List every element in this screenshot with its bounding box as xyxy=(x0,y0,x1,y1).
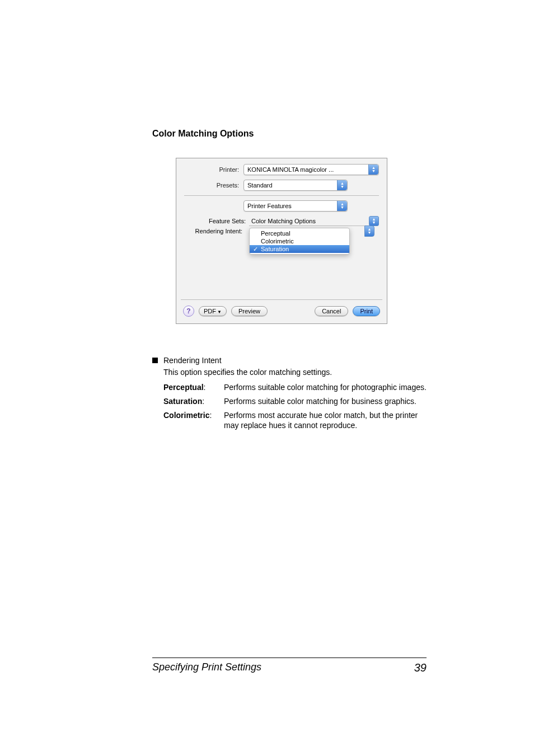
printer-select[interactable]: KONICA MINOLTA magicolor ... xyxy=(243,164,379,175)
section-select-value: Printer Features xyxy=(244,203,337,209)
page-footer: Specifying Print Settings 39 xyxy=(152,658,427,674)
printer-label: Printer: xyxy=(184,166,243,173)
divider xyxy=(184,195,379,196)
def-text-saturation: Performs suitable color matching for bus… xyxy=(224,396,427,407)
menu-item-perceptual[interactable]: Perceptual xyxy=(250,229,349,237)
rendering-intent-label: Rendering Intent: xyxy=(184,228,246,234)
print-button[interactable]: Print xyxy=(353,306,380,316)
feature-sets-label: Feature Sets: xyxy=(184,218,249,224)
printer-select-value: KONICA MINOLTA magicolor ... xyxy=(244,166,368,173)
rendering-intent-dropdown-button[interactable] xyxy=(364,226,374,237)
help-button[interactable]: ? xyxy=(183,306,194,317)
section-heading: Color Matching Options xyxy=(152,129,427,139)
dropdown-arrows-icon xyxy=(337,201,347,211)
footer-section-title: Specifying Print Settings xyxy=(152,661,261,674)
presets-select-value: Standard xyxy=(244,182,337,189)
bullet-icon xyxy=(152,358,158,363)
bullet-desc: This option specifies the color matching… xyxy=(163,367,427,378)
dropdown-arrows-icon xyxy=(337,180,347,190)
pdf-button[interactable]: PDF▼ xyxy=(199,306,227,316)
menu-item-colorimetric[interactable]: Colorimetric xyxy=(250,237,349,245)
presets-select[interactable]: Standard xyxy=(243,180,348,191)
cancel-button[interactable]: Cancel xyxy=(315,306,348,316)
def-term-colorimetric: Colorimetric: xyxy=(163,410,224,431)
presets-label: Presets: xyxy=(184,182,243,189)
print-dialog: Printer: KONICA MINOLTA magicolor ... Pr… xyxy=(176,158,387,324)
rendering-intent-menu: Perceptual Colorimetric Saturation xyxy=(249,228,350,255)
def-text-colorimetric: Performs most accurate hue color match, … xyxy=(224,410,427,431)
feature-sets-dropdown[interactable] xyxy=(369,216,379,226)
def-term-perceptual: Perceptual: xyxy=(163,382,224,393)
preview-button[interactable]: Preview xyxy=(231,306,268,316)
bullet-title: Rendering Intent xyxy=(163,355,427,366)
feature-sets-value: Color Matching Options xyxy=(249,217,369,226)
def-term-saturation: Saturation: xyxy=(163,396,224,407)
dropdown-arrows-icon xyxy=(368,165,378,175)
pdf-button-label: PDF xyxy=(204,308,216,314)
section-select[interactable]: Printer Features xyxy=(243,200,348,212)
menu-item-saturation[interactable]: Saturation xyxy=(250,245,349,253)
page-number: 39 xyxy=(414,661,427,674)
def-text-perceptual: Performs suitable color matching for pho… xyxy=(224,382,427,393)
chevron-down-icon: ▼ xyxy=(217,309,222,314)
